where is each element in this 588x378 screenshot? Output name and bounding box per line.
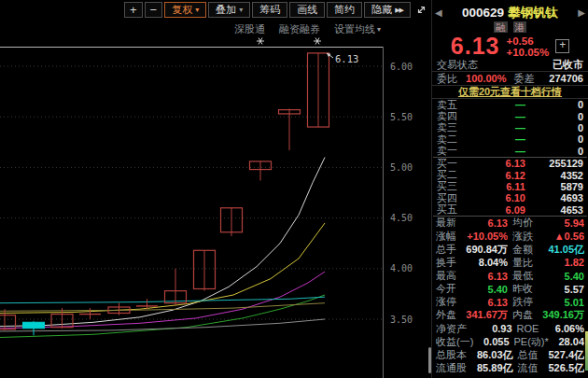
subtoolbar-link-深股通[interactable]: 深股通 xyxy=(234,22,265,36)
level-volume: 4693 xyxy=(525,192,583,203)
level-price: 6.13 xyxy=(457,158,525,169)
stat-label: 涨幅 xyxy=(436,230,456,244)
stat-label: 涨停 xyxy=(436,295,456,309)
candle[interactable] xyxy=(250,161,272,181)
stat-label: 跌停 xyxy=(512,295,533,309)
candle[interactable] xyxy=(308,53,329,127)
toolbar-button-label: 画线 xyxy=(297,3,317,17)
level-volume: 255129 xyxy=(525,158,583,169)
stat-value: 1.82 xyxy=(533,257,584,268)
stock-name: 攀钢钒钛 xyxy=(508,6,558,20)
candles-layer xyxy=(0,53,329,335)
candle[interactable] xyxy=(165,269,187,305)
toolbar-button-label: 筹码 xyxy=(259,3,280,17)
stat-row: 收益(一)0.055PE(动)*28.04 xyxy=(432,335,588,348)
price-change: +0.56 xyxy=(506,35,549,47)
stat-value: 41.05亿 xyxy=(533,243,584,257)
stat-label: 收益(一) xyxy=(436,335,473,349)
candle[interactable] xyxy=(79,308,101,319)
stat-label: ROE xyxy=(517,323,539,334)
sell-level-row[interactable]: 卖一—0 xyxy=(432,146,588,157)
y-axis-label: 5.50 xyxy=(390,112,413,122)
candle[interactable] xyxy=(221,208,243,236)
sell-levels: 卖五—0卖四—0卖三—0卖二—0卖一—0 xyxy=(432,99,588,157)
zoom-in-button[interactable]: + xyxy=(124,2,143,18)
stat-value: +10.05% xyxy=(456,231,508,242)
level-price: — xyxy=(457,99,525,110)
chevron-down-icon: ▾ xyxy=(377,25,381,34)
subtoolbar-link-设置均线[interactable]: 设置均线▾ xyxy=(334,22,381,36)
stat-value: 6.13 xyxy=(456,217,508,229)
y-axis-label: 3.50 xyxy=(390,315,413,325)
last-price: 6.13 xyxy=(451,33,500,60)
weibi-label: 委比 xyxy=(437,72,457,86)
toolbar-button-label: 叠加 xyxy=(216,3,236,17)
stat-value: 0.055 xyxy=(473,336,509,347)
toolbar-button-隐藏[interactable]: 隐藏▶▶ xyxy=(364,2,411,18)
chart-toolbar: + − 复权▾叠加▾筹码画线简约隐藏▶▶ xyxy=(124,2,427,18)
stat-label: 内盘 xyxy=(512,308,533,322)
toolbar-button-label: 简约 xyxy=(334,3,355,17)
stat-row: 总手690.84万金额41.05亿 xyxy=(432,243,588,256)
toolbar-button-叠加[interactable]: 叠加▾ xyxy=(208,2,250,18)
zoom-out-button[interactable]: − xyxy=(145,2,163,18)
toolbar-button-筹码[interactable]: 筹码 xyxy=(252,2,287,18)
stat-row: 涨停6.13跌停5.01 xyxy=(432,296,588,309)
svg-text:6.13: 6.13 xyxy=(335,53,358,64)
toolbar-button-复权[interactable]: 复权▾ xyxy=(164,2,206,18)
stock-app-window: 6.005.505.004.504.003.506.13 + − 复权▾叠加▾筹… xyxy=(0,0,588,378)
stat-label: 最高 xyxy=(436,269,456,283)
y-axis-label: 4.00 xyxy=(390,263,413,273)
stat-label: 均价 xyxy=(512,216,533,230)
toolbar-button-简约[interactable]: 简约 xyxy=(327,2,362,18)
chart-section: 6.005.505.004.504.003.506.13 + − 复权▾叠加▾筹… xyxy=(0,0,431,378)
candle[interactable] xyxy=(108,303,130,315)
ma-line-ma5 xyxy=(0,158,325,327)
stat-label: 净资产 xyxy=(436,322,467,336)
stat-row: 净资产0.93ROE6.06% xyxy=(432,322,588,335)
next-stock-arrow[interactable]: ▶ xyxy=(578,7,585,18)
stats-table: 最新6.13均价5.94涨幅+10.05%涨跌▲0.56总手690.84万金额4… xyxy=(432,217,588,375)
y-axis-label: 6.00 xyxy=(390,62,413,72)
stat-value: 526.5亿 xyxy=(539,361,585,375)
fullscreen-icon[interactable] xyxy=(415,4,427,16)
stock-code: 000629 xyxy=(462,6,504,20)
event-marker-icon[interactable] xyxy=(314,38,321,45)
toolbar-button-画线[interactable]: 画线 xyxy=(289,2,325,18)
kline-chart[interactable]: 6.005.505.004.504.003.506.13 xyxy=(0,0,431,378)
stat-value: 6.06% xyxy=(539,323,584,334)
stat-label: PE(动)* xyxy=(514,335,549,349)
buy-levels: 买一6.13255129买二6.124352买三6.115879买四6.1046… xyxy=(432,158,588,216)
candle[interactable] xyxy=(194,250,216,290)
chevron-down-icon: ▾ xyxy=(195,6,199,14)
stat-value: 5.57 xyxy=(533,284,584,295)
add-to-watchlist-button[interactable]: + xyxy=(555,39,569,53)
stat-label: 涨跌 xyxy=(512,230,533,244)
candle[interactable] xyxy=(0,309,16,330)
ma-lines xyxy=(0,158,325,338)
stat-value: 690.84万 xyxy=(456,243,508,257)
stat-value: 8.04% xyxy=(456,257,508,268)
level-price: 6.11 xyxy=(457,181,525,192)
stat-label: 总股本 xyxy=(436,348,467,362)
weicha-value: 274706 xyxy=(535,73,584,84)
level-volume: 4653 xyxy=(525,204,583,216)
prev-stock-arrow[interactable]: ◀ xyxy=(435,7,442,18)
stat-label: 金额 xyxy=(512,243,533,257)
buy-level-row[interactable]: 买五6.094653 xyxy=(432,204,588,216)
candle[interactable] xyxy=(279,109,301,150)
stat-row: 涨幅+10.05%涨跌▲0.56 xyxy=(432,230,588,243)
panel-scrollbar-thumb[interactable] xyxy=(428,347,431,373)
subtoolbar-link-label: 设置均线 xyxy=(334,22,375,36)
weicha-label: 委差 xyxy=(514,72,535,86)
price-change-block: +0.56 +10.05% xyxy=(506,35,549,58)
y-axis-label: 4.50 xyxy=(390,213,413,223)
level-volume: 0 xyxy=(525,99,583,110)
stat-value: 6.13 xyxy=(456,271,508,282)
stock-title: 000629 攀钢钒钛 xyxy=(462,5,558,21)
stat-label: 流值 xyxy=(518,361,539,375)
event-marker-icon[interactable] xyxy=(257,38,264,45)
subtoolbar-link-融资融券[interactable]: 融资融券 xyxy=(279,22,320,36)
stat-value: 6.13 xyxy=(456,297,508,308)
candle[interactable] xyxy=(23,321,45,335)
